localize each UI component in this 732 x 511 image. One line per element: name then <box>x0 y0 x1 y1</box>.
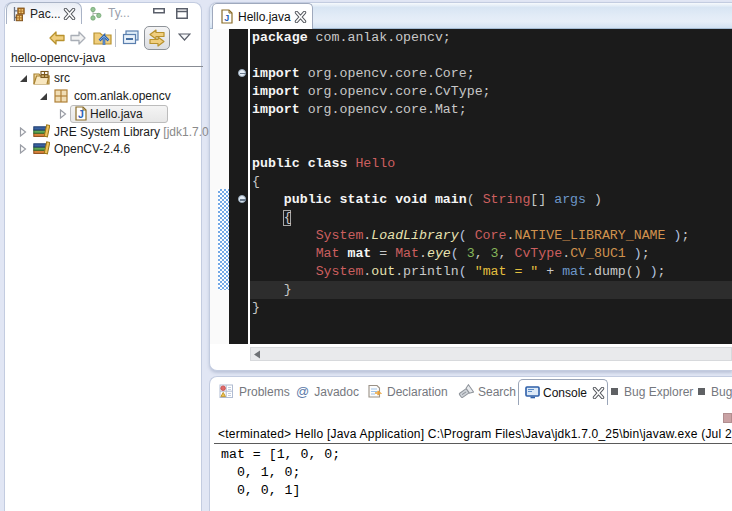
svg-text:J: J <box>78 108 84 120</box>
svg-text:J: J <box>224 13 229 23</box>
